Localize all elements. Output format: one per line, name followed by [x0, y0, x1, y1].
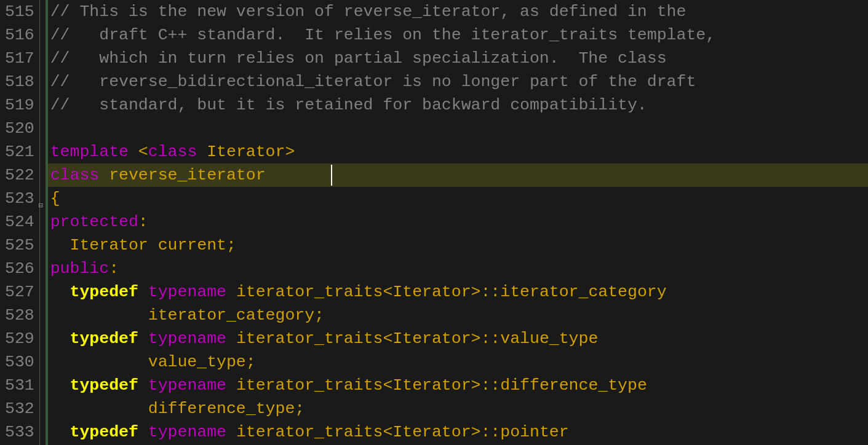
code-token: class — [50, 166, 100, 184]
line-number: 516 — [5, 23, 34, 47]
line-number: 515 — [5, 0, 34, 23]
code-token — [50, 329, 70, 348]
code-line[interactable]: protected: — [48, 210, 868, 234]
line-number: 518 — [5, 70, 34, 93]
code-token: : — [109, 259, 119, 278]
code-token: // which in turn relies on partial speci… — [50, 49, 667, 68]
code-line[interactable]: typedef typename iterator_traits<Iterato… — [48, 420, 868, 444]
code-token: iterator_category; — [50, 306, 324, 325]
code-token: reverse_iterator — [99, 166, 275, 184]
code-token: typedef — [70, 376, 138, 395]
code-token: Iterator current; — [50, 236, 236, 254]
code-line[interactable]: typedef typename iterator_traits<Iterato… — [48, 280, 868, 304]
code-line[interactable] — [48, 117, 868, 140]
code-token — [50, 283, 70, 301]
code-token: typename — [148, 423, 226, 441]
code-token — [138, 376, 148, 395]
code-token: typename — [148, 283, 226, 301]
line-number: 527 — [5, 280, 34, 304]
code-token: Iterator> — [197, 143, 295, 161]
code-token: template — [50, 143, 129, 161]
line-number: 530 — [5, 350, 34, 374]
code-token: { — [50, 189, 60, 208]
code-token — [50, 376, 70, 395]
code-token: // standard, but it is retained for back… — [50, 96, 647, 114]
code-token: typedef — [70, 283, 138, 301]
code-token — [138, 283, 148, 301]
code-token — [138, 329, 148, 348]
code-area[interactable]: // This is the new version of reverse_it… — [48, 0, 868, 445]
code-line[interactable]: // reverse_bidirectional_iterator is no … — [48, 70, 868, 93]
line-number: 526 — [5, 257, 34, 280]
fold-column[interactable]: ⊟ — [39, 0, 46, 445]
code-token: iterator_traits<Iterator>::iterator_cate… — [226, 283, 667, 301]
line-number: 532 — [5, 397, 34, 420]
code-line[interactable]: Iterator current; — [48, 234, 868, 257]
text-caret — [331, 165, 332, 186]
code-line[interactable]: // standard, but it is retained for back… — [48, 93, 868, 117]
code-token: value_type; — [50, 353, 256, 371]
line-number: 533 — [5, 420, 34, 444]
line-number: 524 — [5, 210, 34, 234]
line-number: 517 — [5, 47, 34, 70]
code-line[interactable]: iterator_category; — [48, 304, 868, 327]
code-token: iterator_traits<Iterator>::value_type — [226, 329, 598, 348]
code-token: // This is the new version of reverse_it… — [50, 2, 687, 21]
code-token: typedef — [70, 329, 138, 348]
fold-toggle-icon[interactable]: ⊟ — [39, 194, 47, 203]
code-line[interactable]: { — [48, 187, 868, 210]
code-editor: 5155165175185195205215225235245255265275… — [0, 0, 868, 445]
code-line[interactable]: class reverse_iterator — [48, 163, 868, 187]
code-line[interactable]: typedef typename iterator_traits<Iterato… — [48, 374, 868, 397]
code-token: < — [129, 143, 148, 161]
code-line[interactable]: value_type; — [48, 350, 868, 374]
code-line[interactable]: // This is the new version of reverse_it… — [48, 0, 868, 23]
line-number-gutter: 5155165175185195205215225235245255265275… — [0, 0, 39, 445]
code-token — [50, 423, 70, 441]
code-token: protected — [50, 213, 138, 231]
code-line[interactable]: template <class Iterator> — [48, 140, 868, 163]
code-line[interactable]: typedef typename iterator_traits<Iterato… — [48, 327, 868, 350]
code-token — [138, 423, 148, 441]
code-token: typename — [148, 376, 226, 395]
code-token: difference_type; — [50, 400, 305, 418]
line-number: 528 — [5, 304, 34, 327]
line-number: 520 — [5, 117, 34, 140]
code-token: class — [148, 143, 197, 161]
line-number: 529 — [5, 327, 34, 350]
line-number: 522 — [5, 163, 34, 187]
code-token: typedef — [70, 423, 138, 441]
code-token: // reverse_bidirectional_iterator is no … — [50, 73, 696, 91]
code-token: : — [138, 213, 148, 231]
code-line[interactable]: // which in turn relies on partial speci… — [48, 47, 868, 70]
line-number: 521 — [5, 140, 34, 163]
line-number: 525 — [5, 234, 34, 257]
code-line[interactable]: public: — [48, 257, 868, 280]
line-number: 519 — [5, 93, 34, 117]
code-line[interactable]: // draft C++ standard. It relies on the … — [48, 23, 868, 47]
code-token: iterator_traits<Iterator>::pointer — [226, 423, 569, 441]
code-token: iterator_traits<Iterator>::difference_ty… — [226, 376, 647, 395]
code-token: public — [50, 259, 109, 278]
code-line[interactable]: difference_type; — [48, 397, 868, 420]
line-number: 523 — [5, 187, 34, 210]
code-token: typename — [148, 329, 226, 348]
code-token: // draft C++ standard. It relies on the … — [50, 26, 715, 44]
line-number: 531 — [5, 374, 34, 397]
